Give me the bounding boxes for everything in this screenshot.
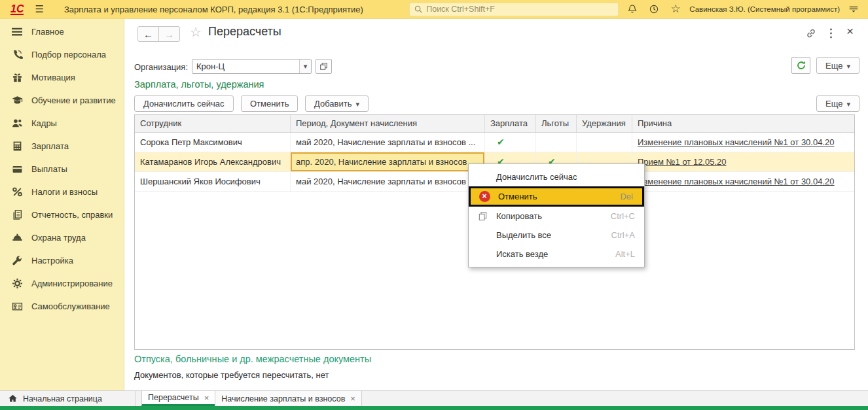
col-employee[interactable]: Сотрудник bbox=[135, 115, 291, 132]
organization-input[interactable] bbox=[192, 60, 299, 73]
col-period[interactable]: Период, Документ начисления bbox=[291, 115, 485, 132]
sidebar-item[interactable]: Обучение и развитие bbox=[0, 89, 124, 112]
forward-button[interactable] bbox=[158, 26, 180, 42]
cell-period[interactable]: май 2020, Начисление зарплаты и взносов bbox=[291, 172, 485, 191]
chevron-down-icon bbox=[846, 99, 850, 109]
taskbar-tabs: Перерасчеты Начисление зарплаты и взносо… bbox=[142, 391, 362, 406]
more-button-table[interactable]: Еще bbox=[816, 95, 859, 112]
notifications-bell-icon[interactable] bbox=[624, 2, 640, 16]
taskbar-tab[interactable]: Перерасчеты bbox=[141, 391, 215, 406]
cell-reason[interactable]: Прием №1 от 12.05.20 bbox=[632, 152, 854, 171]
cell-salary[interactable] bbox=[485, 133, 536, 152]
sidebar-item[interactable]: Охрана труда bbox=[0, 226, 124, 249]
cancel-icon bbox=[479, 191, 490, 202]
cell-employee[interactable]: Катамаранов Игорь Александрович bbox=[135, 152, 291, 171]
taskbar-tab[interactable]: Начисление зарплаты и взносов bbox=[215, 391, 362, 406]
search-icon bbox=[414, 5, 423, 14]
sidebar-item[interactable]: Администрирование bbox=[0, 272, 124, 295]
organization-combo[interactable] bbox=[192, 59, 312, 74]
home-tab-label: Начальная страница bbox=[23, 394, 102, 403]
wrench-icon bbox=[12, 255, 23, 266]
sidebar-item[interactable]: Главное bbox=[0, 20, 124, 43]
table-header: Сотрудник Период, Документ начисления За… bbox=[135, 115, 854, 133]
close-icon[interactable] bbox=[350, 394, 355, 403]
phone-icon bbox=[12, 49, 23, 60]
taskbar: Начальная страница Перерасчеты Начислени… bbox=[0, 390, 868, 406]
salary-section-title: Зарплата, льготы, удержания bbox=[134, 79, 264, 90]
interim-section-note: Документов, которые требуется пересчитат… bbox=[134, 370, 329, 380]
sidebar-item[interactable]: Отчетность, справки bbox=[0, 203, 124, 226]
add-button[interactable]: Добавить bbox=[305, 95, 369, 112]
documents-icon bbox=[12, 209, 23, 220]
history-icon[interactable] bbox=[646, 2, 662, 16]
helmet-icon bbox=[12, 232, 23, 243]
cell-benefits[interactable] bbox=[536, 133, 577, 152]
main-panel: Перерасчеты Организация: Еще Зарплата, л… bbox=[124, 19, 868, 390]
cancel-button[interactable]: Отменить bbox=[241, 95, 298, 112]
sidebar-item[interactable]: Налоги и взносы bbox=[0, 180, 124, 203]
context-menu-item[interactable]: Доначислить сейчас bbox=[469, 167, 644, 186]
organization-label: Организация: bbox=[134, 62, 188, 72]
sidebar-item[interactable]: Зарплата bbox=[0, 135, 124, 158]
favorite-page-star-icon[interactable] bbox=[190, 24, 202, 40]
sidebar-item[interactable]: Настройка bbox=[0, 249, 124, 272]
main-menu-icon[interactable] bbox=[35, 3, 43, 15]
id-card-icon bbox=[12, 301, 23, 312]
wallet-icon bbox=[12, 163, 23, 175]
chevron-down-icon bbox=[355, 99, 359, 109]
context-menu-item[interactable]: Искать везде Alt+L bbox=[469, 245, 644, 264]
sidebar-item[interactable]: Самообслуживание bbox=[0, 295, 124, 318]
global-search[interactable] bbox=[409, 3, 619, 16]
cell-employee[interactable]: Сорока Петр Максимович bbox=[135, 133, 291, 152]
table-row[interactable]: Сорока Петр Максимович май 2020, Начисле… bbox=[135, 133, 854, 152]
sidebar-menu: Главное Подбор персонала Мотивация Обуче… bbox=[0, 19, 124, 390]
more-dots-icon[interactable] bbox=[829, 27, 833, 41]
refresh-button[interactable] bbox=[791, 57, 810, 74]
gear-icon bbox=[12, 278, 23, 289]
user-menu-icon[interactable] bbox=[846, 2, 861, 16]
sidebar-item[interactable]: Выплаты bbox=[0, 158, 124, 180]
cell-period[interactable]: май 2020, Начисление зарплаты и взносов … bbox=[291, 133, 485, 152]
current-user[interactable]: Савинская З.Ю. (Системный программист) bbox=[689, 5, 840, 13]
cell-employee[interactable]: Шершанский Яков Иосифович bbox=[135, 172, 291, 191]
close-icon[interactable] bbox=[204, 393, 209, 403]
cell-reason[interactable]: Изменение плановых начислений №1 от 30.0… bbox=[632, 133, 854, 152]
sidebar-item[interactable]: Кадры bbox=[0, 112, 124, 135]
cell-deductions[interactable] bbox=[577, 133, 632, 152]
context-menu: Доначислить сейчас Отменить Del Копирова… bbox=[468, 163, 645, 267]
recalc-now-button[interactable]: Доначислить сейчас bbox=[134, 95, 234, 112]
people-icon bbox=[12, 118, 23, 129]
check-icon bbox=[490, 133, 505, 152]
reason-link[interactable]: Изменение плановых начислений №1 от 30.0… bbox=[638, 177, 834, 186]
col-salary[interactable]: Зарплата bbox=[485, 115, 536, 132]
calculator-icon bbox=[12, 141, 23, 152]
context-menu-item[interactable]: Выделить все Ctrl+A bbox=[469, 226, 644, 245]
chevron-down-icon[interactable] bbox=[299, 60, 311, 73]
sidebar-item[interactable]: Мотивация bbox=[0, 66, 124, 89]
context-menu-item[interactable]: Отменить Del bbox=[469, 186, 644, 207]
back-button[interactable] bbox=[137, 26, 159, 42]
home-tab[interactable]: Начальная страница bbox=[0, 391, 136, 406]
close-icon[interactable] bbox=[846, 24, 854, 39]
more-button-top[interactable]: Еще bbox=[816, 57, 859, 74]
reason-link[interactable]: Прием №1 от 12.05.20 bbox=[638, 157, 727, 167]
organization-choose-icon[interactable] bbox=[316, 59, 332, 74]
taskbar-accent-strip bbox=[0, 406, 868, 410]
chevron-down-icon bbox=[846, 61, 850, 71]
context-menu-item[interactable]: Копировать Ctrl+C bbox=[469, 207, 644, 226]
cell-reason[interactable]: Изменение плановых начислений №1 от 30.0… bbox=[632, 172, 854, 191]
cell-period[interactable]: апр. 2020, Начисление зарплаты и взносов bbox=[291, 152, 485, 171]
home-icon bbox=[8, 394, 18, 403]
sidebar-item[interactable]: Подбор персонала bbox=[0, 43, 124, 66]
col-benefits[interactable]: Льготы bbox=[536, 115, 577, 132]
reason-link[interactable]: Изменение плановых начислений №1 от 30.0… bbox=[638, 137, 834, 147]
interim-section-title: Отпуска, больничные и др. межрасчетные д… bbox=[134, 354, 371, 364]
search-input[interactable] bbox=[426, 5, 614, 14]
get-link-icon[interactable] bbox=[805, 27, 817, 41]
titlebar: 1С Зарплата и управление персоналом КОРП… bbox=[0, 0, 868, 19]
favorites-star-icon[interactable] bbox=[668, 2, 683, 16]
percent-icon bbox=[12, 186, 23, 197]
col-deductions[interactable]: Удержания bbox=[577, 115, 632, 132]
col-reason[interactable]: Причина bbox=[632, 115, 854, 132]
page-title: Перерасчеты bbox=[208, 25, 281, 39]
